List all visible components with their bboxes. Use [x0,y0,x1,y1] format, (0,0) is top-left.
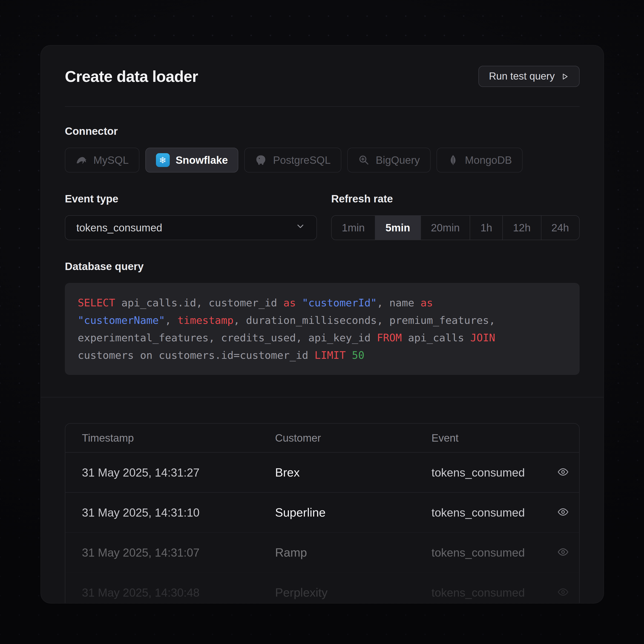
event-type-label: Event type [65,193,317,205]
results-table: Timestamp Customer Event 31 May 2025, 14… [65,423,580,604]
section-divider [41,397,604,397]
eye-icon [558,466,569,479]
query-line: SELECT api_calls.id, customer_id as "cus… [78,294,567,311]
connector-option-label: BigQuery [376,154,420,166]
run-test-query-label: Run test query [489,70,555,82]
table-row: 31 May 2025, 14:31:10 Superline tokens_c… [65,492,579,532]
refresh-rate-segmented-control: 1min 5min 20min 1h 12h 24h [331,215,580,240]
run-test-query-button[interactable]: Run test query [478,66,580,87]
eye-icon [558,506,569,519]
cell-event: tokens_consumed [415,506,547,519]
refresh-option-1min[interactable]: 1min [332,216,375,240]
view-row-button[interactable] [558,466,569,479]
cell-timestamp: 31 May 2025, 14:31:10 [65,506,259,519]
connector-option-mongodb[interactable]: MongoDB [436,148,523,173]
cell-timestamp: 31 May 2025, 14:31:27 [65,466,259,479]
snowflake-icon: ❄ [156,153,170,167]
refresh-option-20min[interactable]: 20min [420,216,470,240]
eye-icon [558,586,569,599]
query-editor[interactable]: SELECT api_calls.id, customer_id as "cus… [65,283,580,375]
table-body: 31 May 2025, 14:31:27 Brex tokens_consum… [65,453,579,604]
event-type-section: Event type tokens_consumed [65,193,317,240]
refresh-option-24h[interactable]: 24h [541,216,579,240]
connector-option-snowflake[interactable]: ❄ Snowflake [145,148,239,173]
mysql-dolphin-icon [75,154,87,166]
query-line: "customerName", timestamp, duration_mill… [78,311,567,329]
connector-option-label: MongoDB [465,154,512,166]
view-row-button[interactable] [558,586,569,599]
refresh-option-1h[interactable]: 1h [470,216,502,240]
connector-option-bigquery[interactable]: BigQuery [347,148,431,173]
create-data-loader-panel: Create data loader Run test query Connec… [40,45,604,604]
column-header-event: Event [415,432,547,444]
query-line: experimental_features, credits_used, api… [78,329,567,346]
refresh-option-12h[interactable]: 12h [502,216,541,240]
chevron-down-icon [295,221,305,234]
column-header-customer: Customer [259,432,415,444]
cell-customer: Superline [259,505,415,520]
play-icon [560,72,569,81]
table-header: Timestamp Customer Event [65,424,579,453]
refresh-rate-section: Refresh rate 1min 5min 20min 1h 12h 24h [331,193,580,240]
postgresql-elephant-icon [255,154,267,166]
view-row-button[interactable] [558,546,569,559]
refresh-option-5min[interactable]: 5min [375,216,420,240]
connector-option-label: MySQL [93,154,129,166]
refresh-rate-label: Refresh rate [331,193,580,205]
eye-icon [558,546,569,559]
panel-header: Create data loader Run test query [65,46,580,107]
database-query-label: Database query [65,260,580,273]
controls-row: Event type tokens_consumed Refresh rate … [65,193,580,240]
page-background: Create data loader Run test query Connec… [0,0,644,644]
table-row: 31 May 2025, 14:31:27 Brex tokens_consum… [65,453,579,492]
cell-customer: Perplexity [259,585,415,600]
cell-customer: Brex [259,465,415,480]
connector-section: Connector MySQL ❄ Snowflake [65,125,580,173]
database-query-section: Database query SELECT api_calls.id, cust… [65,260,580,375]
query-line: customers on customers.id=customer_id LI… [78,346,567,364]
mongodb-leaf-icon [447,154,459,166]
cell-event: tokens_consumed [415,546,547,559]
connector-label: Connector [65,125,580,138]
cell-event: tokens_consumed [415,586,547,599]
connector-option-label: Snowflake [175,154,228,166]
connector-options: MySQL ❄ Snowflake PostgreSQL [65,148,580,173]
bigquery-magnifier-icon [358,154,370,166]
table-row: 31 May 2025, 14:30:48 Perplexity tokens_… [65,572,579,604]
connector-option-label: PostgreSQL [273,154,331,166]
cell-customer: Ramp [259,545,415,560]
cell-event: tokens_consumed [415,466,547,479]
view-row-button[interactable] [558,506,569,519]
cell-timestamp: 31 May 2025, 14:31:07 [65,546,259,559]
connector-option-mysql[interactable]: MySQL [65,148,139,173]
cell-timestamp: 31 May 2025, 14:30:48 [65,586,259,599]
column-header-timestamp: Timestamp [65,432,259,444]
connector-option-postgresql[interactable]: PostgreSQL [244,148,341,173]
event-type-value: tokens_consumed [76,221,162,234]
event-type-select[interactable]: tokens_consumed [65,215,317,240]
table-row: 31 May 2025, 14:31:07 Ramp tokens_consum… [65,532,579,572]
page-title: Create data loader [65,67,198,85]
